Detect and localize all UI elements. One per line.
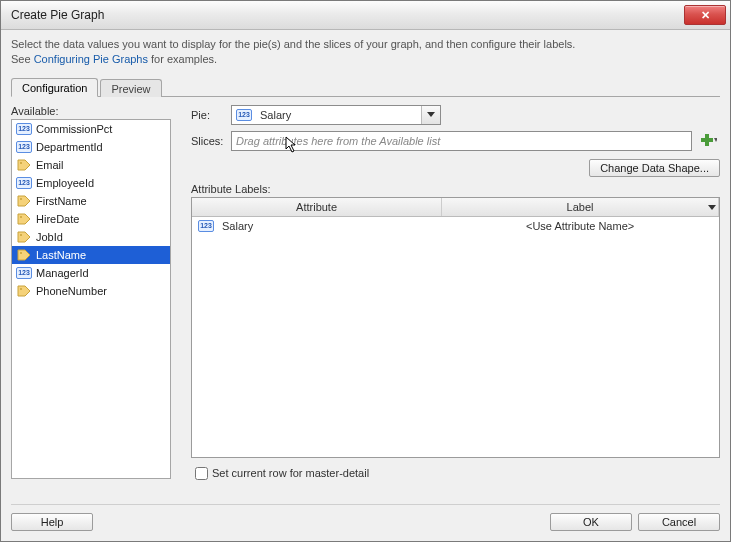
svg-point-5 [20,288,22,290]
dialog-window: Create Pie Graph ✕ Select the data value… [0,0,731,542]
pie-row: Pie: 123 Salary [191,105,720,125]
svg-marker-10 [708,205,716,210]
list-item[interactable]: 123CommissionPct [12,120,170,138]
intro-line2-suffix: for examples. [148,53,217,65]
tag-icon [16,212,32,226]
ok-button[interactable]: OK [550,513,632,531]
close-button[interactable]: ✕ [684,5,726,25]
change-data-shape-button[interactable]: Change Data Shape... [589,159,720,177]
close-icon: ✕ [701,9,710,22]
list-item[interactable]: PhoneNumber [12,282,170,300]
list-item-label: FirstName [36,195,87,207]
table-body: 123 Salary <Use Attribute Name> [192,217,719,457]
list-item[interactable]: JobId [12,228,170,246]
list-item-label: DepartmentId [36,141,103,153]
tab-preview[interactable]: Preview [100,79,161,97]
row-label: <Use Attribute Name> [441,217,719,235]
intro-line2-prefix: See [11,53,34,65]
intro-line1: Select the data values you want to displ… [11,38,575,50]
slices-label: Slices: [191,135,231,147]
window-title: Create Pie Graph [11,8,104,22]
tab-configuration[interactable]: Configuration [11,78,98,97]
svg-marker-6 [427,112,435,117]
table-row[interactable]: 123 Salary <Use Attribute Name> [192,217,719,235]
column-attribute[interactable]: Attribute [192,198,442,216]
cancel-button[interactable]: Cancel [638,513,720,531]
list-item[interactable]: Email [12,156,170,174]
list-item[interactable]: LastName [12,246,170,264]
list-item-label: LastName [36,249,86,261]
list-item[interactable]: 123DepartmentId [12,138,170,156]
dialog-body: Select the data values you want to displ… [1,29,730,541]
attribute-labels-table: Attribute Label 123 Salary [191,197,720,458]
pie-label: Pie: [191,109,231,121]
chevron-down-icon [421,106,440,124]
tag-icon [16,248,32,262]
available-list[interactable]: 123CommissionPct123DepartmentIdEmail123E… [11,119,171,479]
list-item-label: EmployeeId [36,177,94,189]
svg-marker-9 [714,138,717,142]
master-detail-checkbox[interactable] [195,467,208,480]
config-panel: Pie: 123 Salary Slices: Drag attributes … [191,105,720,483]
table-header: Attribute Label [192,198,719,217]
list-item[interactable]: 123EmployeeId [12,174,170,192]
list-item[interactable]: HireDate [12,210,170,228]
list-item-label: Email [36,159,64,171]
chevron-down-icon [708,201,716,213]
list-item[interactable]: 123ManagerId [12,264,170,282]
help-button[interactable]: Help [11,513,93,531]
row-attribute: Salary [222,220,253,232]
list-item-label: HireDate [36,213,79,225]
list-item-label: PhoneNumber [36,285,107,297]
tag-icon [16,194,32,208]
svg-rect-8 [701,138,713,142]
dialog-footer: Help OK Cancel [11,504,720,531]
plus-icon [701,134,717,148]
svg-point-4 [20,252,22,254]
column-label[interactable]: Label [442,198,719,216]
list-item-label: JobId [36,231,63,243]
list-item[interactable]: FirstName [12,192,170,210]
available-label: Available: [11,105,171,117]
number-icon: 123 [16,140,32,154]
tab-bar: Configuration Preview [11,74,720,97]
attribute-labels-heading: Attribute Labels: [191,183,720,195]
svg-point-0 [20,162,22,164]
pie-select[interactable]: 123 Salary [231,105,441,125]
svg-point-1 [20,198,22,200]
number-icon: 123 [236,109,252,121]
tag-icon [16,284,32,298]
master-detail-row: Set current row for master-detail [191,464,720,483]
master-detail-label: Set current row for master-detail [212,467,369,479]
slices-input[interactable]: Drag attributes here from the Available … [231,131,692,151]
tag-icon [16,230,32,244]
tag-icon [16,158,32,172]
titlebar: Create Pie Graph ✕ [1,1,730,30]
list-item-label: ManagerId [36,267,89,279]
available-panel: Available: 123CommissionPct123Department… [11,105,171,483]
list-item-label: CommissionPct [36,123,112,135]
slices-placeholder: Drag attributes here from the Available … [236,135,440,147]
number-icon: 123 [16,122,32,136]
svg-point-3 [20,234,22,236]
number-icon: 123 [16,176,32,190]
configuring-link[interactable]: Configuring Pie Graphs [34,53,148,65]
number-icon: 123 [16,266,32,280]
slices-row: Slices: Drag attributes here from the Av… [191,131,720,151]
add-slice-button[interactable] [698,132,720,150]
pie-value: Salary [260,109,291,121]
intro-text: Select the data values you want to displ… [11,37,720,68]
svg-point-2 [20,216,22,218]
number-icon: 123 [198,220,214,232]
